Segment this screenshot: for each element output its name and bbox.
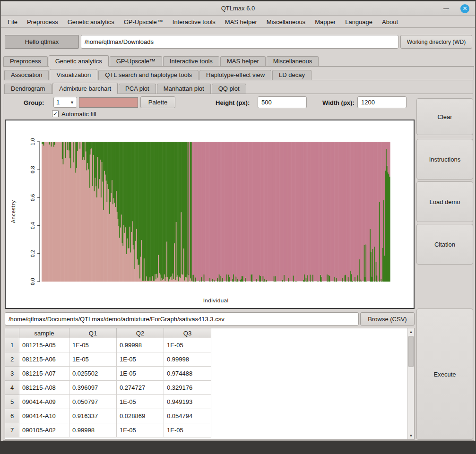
cell-q1[interactable]: 1E-05 [69, 352, 117, 367]
menu-interactive-tools[interactable]: Interactive tools [168, 16, 220, 28]
tab-miscellaneous[interactable]: Miscellaneous [267, 56, 319, 66]
cell-sample[interactable]: 090414-A10 [19, 409, 69, 423]
table-vertical-scrollbar[interactable]: ▲ ▼ [407, 328, 414, 439]
menu-file[interactable]: File [3, 16, 22, 28]
svg-text:0.6: 0.6 [30, 194, 35, 201]
table-row[interactable]: 2081215-A061E-051E-050.99998 [5, 352, 414, 367]
tab-gp-upscale[interactable]: GP-Upscale™ [110, 56, 162, 66]
table-row[interactable]: 5090414-A090.0507971E-050.949193 [5, 395, 414, 409]
cell-q3[interactable]: 0.99998 [164, 352, 211, 367]
subtab-visualization[interactable]: Visualization [50, 69, 97, 80]
app-window: QTLmax 6.0 — ✕ FilePreprocessGenetic ana… [0, 1, 476, 441]
tab-preprocess[interactable]: Preprocess [3, 56, 48, 66]
group-label: Group: [24, 99, 44, 106]
table-row[interactable]: 3081215-A070.0255021E-050.974488 [5, 367, 414, 381]
table-row[interactable]: 4081215-A080.3960970.2747270.329176 [5, 381, 414, 395]
cell-q3[interactable]: 0.949193 [164, 395, 211, 409]
menu-genetic-analytics[interactable]: Genetic analytics [63, 16, 119, 28]
cell-sample[interactable]: 090105-A02 [19, 423, 69, 437]
svg-text:Ancestry: Ancestry [10, 200, 17, 223]
height-input[interactable] [258, 96, 307, 108]
group-select-value: 1 [56, 99, 60, 106]
cell-q2[interactable]: 0.274727 [117, 381, 164, 395]
cell-q2[interactable]: 1E-05 [117, 352, 164, 367]
browse-csv-button[interactable]: Browse (CSV) [360, 312, 415, 326]
close-icon[interactable]: ✕ [460, 4, 469, 13]
tabs-level3: DendrogramAdmixture barchartPCA plotManh… [4, 83, 473, 94]
width-input[interactable] [357, 96, 407, 108]
tabs-level2: AssociationVisualizationQTL search and h… [4, 69, 473, 80]
scrollbar-thumb[interactable] [408, 336, 414, 367]
tab-genetic-analytics[interactable]: Genetic analytics [49, 55, 109, 67]
tab-interactive-tools[interactable]: Interactive tools [163, 56, 219, 66]
cell-q2[interactable]: 1E-05 [117, 395, 164, 409]
tabs-level1: PreprocessGenetic analyticsGP-Upscale™In… [3, 55, 474, 67]
cell-q1[interactable]: 0.025502 [69, 367, 117, 381]
column-header-q2: Q2 [117, 328, 164, 338]
cell-q1[interactable]: 0.050797 [69, 395, 117, 409]
cell-sample[interactable]: 081215-A05 [19, 338, 69, 352]
viztab-pca-plot[interactable]: PCA plot [119, 84, 156, 94]
column-header-q3: Q3 [164, 328, 211, 338]
row-number: 4 [5, 381, 19, 395]
menu-preprocess[interactable]: Preprocess [22, 16, 63, 28]
instructions-button[interactable]: Instructions [416, 139, 473, 180]
menu-mapper[interactable]: Mapper [310, 16, 340, 28]
cell-sample[interactable]: 081215-A08 [19, 381, 69, 395]
citation-button[interactable]: Citation [416, 224, 473, 265]
cell-q2[interactable]: 1E-05 [117, 367, 164, 381]
admixture-barchart: 0.00.20.40.60.81.0AncestryIndividual [6, 120, 414, 308]
cell-q2[interactable]: 0.028869 [117, 409, 164, 423]
viztab-qq-plot[interactable]: QQ plot [212, 84, 246, 94]
svg-text:1.0: 1.0 [30, 138, 35, 146]
subtab-qtl-search-and-haplotype-tools[interactable]: QTL search and haplotype tools [98, 70, 199, 80]
svg-text:0.2: 0.2 [30, 250, 35, 257]
minimize-icon[interactable]: — [442, 4, 450, 13]
cell-sample[interactable]: 081215-A06 [19, 352, 69, 367]
cell-q2[interactable]: 0.99998 [117, 338, 164, 352]
cell-q1[interactable]: 0.916337 [69, 409, 117, 423]
subtab-haplotype-effect-view[interactable]: Haplotype-effect view [199, 70, 271, 80]
hello-user-button[interactable]: Hello qtlmax [5, 35, 79, 49]
viztab-admixture-barchart[interactable]: Admixture barchart [52, 83, 118, 94]
cell-q3[interactable]: 1E-05 [164, 423, 211, 437]
cell-q3[interactable]: 0.974488 [164, 367, 211, 381]
automatic-fill-checkbox[interactable]: ✓ [52, 111, 59, 117]
menu-gp-upscale[interactable]: GP-Upscale™ [119, 16, 168, 28]
table-body: 1081215-A051E-050.999981E-052081215-A061… [5, 338, 414, 437]
cell-q3[interactable]: 0.329176 [164, 381, 211, 395]
viztab-dendrogram[interactable]: Dendrogram [4, 84, 52, 94]
subtab-association[interactable]: Association [4, 70, 49, 80]
menu-about[interactable]: About [377, 16, 403, 28]
cell-sample[interactable]: 090414-A09 [19, 395, 69, 409]
palette-button[interactable]: Palette [140, 96, 175, 108]
scroll-down-icon[interactable]: ▼ [408, 432, 414, 439]
group-select[interactable]: 1 ▼ [53, 97, 77, 108]
execute-button[interactable]: Execute [416, 308, 473, 440]
csv-path-input[interactable] [5, 312, 359, 326]
cell-sample[interactable]: 081215-A07 [19, 367, 69, 381]
clear-button[interactable]: Clear [416, 98, 473, 135]
table-row[interactable]: 7090105-A020.999981E-051E-05 [5, 423, 414, 437]
cell-q1[interactable]: 0.99998 [69, 423, 117, 437]
cell-q3[interactable]: 1E-05 [164, 338, 211, 352]
cell-q1[interactable]: 1E-05 [69, 338, 117, 352]
subtab-ld-decay[interactable]: LD decay [272, 70, 312, 80]
cell-q3[interactable]: 0.054794 [164, 409, 211, 423]
group-color-swatch[interactable] [79, 97, 138, 108]
load-demo-button[interactable]: Load demo [416, 181, 473, 222]
q-matrix-table: sampleQ1Q2Q3 1081215-A051E-050.999981E-0… [5, 328, 415, 440]
tab-mas-helper[interactable]: MAS helper [220, 56, 266, 66]
row-number: 2 [5, 352, 19, 367]
working-directory-button[interactable]: Working directory (WD) [400, 35, 472, 49]
working-directory-input[interactable] [81, 35, 398, 49]
menu-language[interactable]: Language [340, 16, 377, 28]
table-row[interactable]: 1081215-A051E-050.999981E-05 [5, 338, 414, 352]
table-row[interactable]: 6090414-A100.9163370.0288690.054794 [5, 409, 414, 423]
viztab-manhattan-plot[interactable]: Manhattan plot [157, 84, 211, 94]
menu-miscellaneous[interactable]: Miscellaneous [262, 16, 310, 28]
menu-mas-helper[interactable]: MAS helper [220, 16, 262, 28]
cell-q1[interactable]: 0.396097 [69, 381, 117, 395]
cell-q2[interactable]: 1E-05 [117, 423, 164, 437]
scroll-up-icon[interactable]: ▲ [408, 328, 414, 335]
